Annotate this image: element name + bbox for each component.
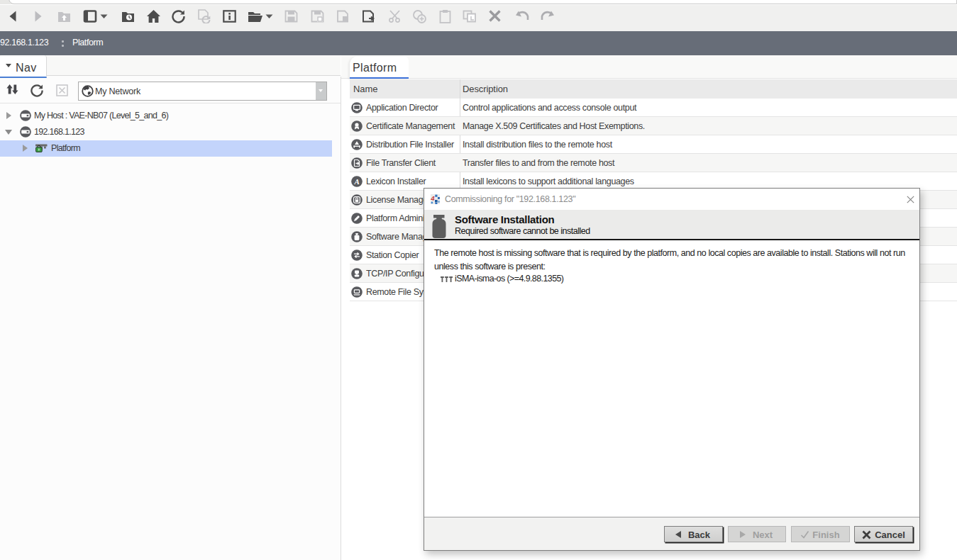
- svg-text:A: A: [354, 177, 360, 186]
- svg-text:4: 4: [431, 194, 435, 202]
